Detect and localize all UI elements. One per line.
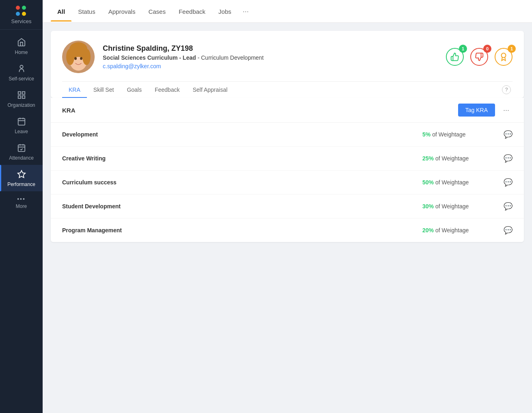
profile-name: Christine Spalding, ZY198	[103, 44, 446, 53]
profile-tab-self-appraisal[interactable]: Self Appraisal	[186, 82, 234, 98]
kra-name-curriculum-success: Curriculum success	[62, 179, 422, 186]
svg-point-19	[69, 42, 87, 55]
kra-comment-creative-writing[interactable]: 💬	[504, 154, 513, 163]
sidebar-item-more-label: More	[16, 203, 27, 209]
tab-jobs[interactable]: Jobs	[212, 1, 238, 22]
tab-status[interactable]: Status	[71, 1, 102, 22]
sidebar-item-more[interactable]: ••• More	[0, 191, 43, 213]
svg-point-22	[502, 53, 506, 58]
thumbs-down-badge: 0	[470, 48, 488, 66]
home-icon	[17, 38, 26, 48]
kra-comment-student-development[interactable]: 💬	[504, 202, 513, 211]
profile-tab-goals[interactable]: Goals	[120, 82, 148, 98]
profile-tab-skill-set[interactable]: Skill Set	[87, 82, 121, 98]
kra-weightage-program-management: 20% of Weightage	[422, 227, 495, 234]
sidebar: Services Home Self-service Organization	[0, 0, 43, 413]
svg-rect-1	[18, 92, 20, 94]
kra-weightage-text-program-management: of Weightage	[435, 227, 469, 234]
kra-pct-curriculum-success: 50%	[422, 179, 434, 186]
svg-rect-4	[22, 96, 24, 98]
award-icon-wrap[interactable]	[495, 48, 513, 66]
help-icon[interactable]: ?	[502, 85, 511, 94]
tag-kra-button[interactable]: Tag KRA	[458, 104, 495, 117]
main-content: All Status Approvals Cases Feedback Jobs…	[43, 0, 532, 413]
sidebar-item-leave-label: Leave	[15, 129, 28, 134]
sidebar-item-self-service-label: Self-service	[9, 76, 34, 82]
kra-row-curriculum-success: Curriculum success 50% of Weightage 💬	[51, 171, 524, 195]
performance-icon	[17, 170, 26, 180]
profile-header: Christine Spalding, ZY198 Social Science…	[62, 41, 513, 81]
self-service-icon	[17, 64, 26, 74]
profile-tab-kra[interactable]: KRA	[62, 82, 87, 98]
svg-point-0	[20, 65, 23, 68]
kra-pct-student-development: 30%	[422, 203, 434, 210]
sidebar-item-performance[interactable]: Performance	[0, 165, 43, 191]
svg-rect-3	[18, 96, 20, 98]
sidebar-item-organization-label: Organization	[7, 102, 35, 108]
services-dots-grid	[16, 6, 27, 16]
kra-row-program-management: Program Management 20% of Weightage 💬	[51, 218, 524, 242]
sidebar-item-home[interactable]: Home	[0, 33, 43, 59]
sidebar-item-leave[interactable]: Leave	[0, 112, 43, 138]
tab-cases[interactable]: Cases	[142, 1, 172, 22]
profile-role: Social Sciences Curriculum - Lead - Curr…	[103, 54, 446, 61]
kra-pct-creative-writing: 25%	[422, 155, 434, 162]
kra-section: KRA Tag KRA ··· Development 5% of Weight…	[51, 98, 524, 242]
profile-role-separator: -	[197, 54, 201, 61]
avatar	[62, 41, 95, 73]
kra-row-student-development: Student Development 30% of Weightage 💬	[51, 195, 524, 218]
profile-role-dept: Curriculum Development	[201, 54, 264, 61]
thumbs-up-icon-wrap[interactable]	[446, 48, 464, 66]
top-tabs-bar: All Status Approvals Cases Feedback Jobs…	[43, 0, 532, 23]
dot-red	[16, 6, 20, 10]
dot-blue	[16, 12, 20, 16]
kra-pct-development: 5%	[422, 131, 430, 138]
sidebar-nav: Home Self-service Organization Leave	[0, 30, 43, 413]
kra-name-creative-writing: Creative Writing	[62, 155, 422, 162]
sidebar-item-attendance[interactable]: Attendance	[0, 138, 43, 165]
profile-stats: 1 0 1	[446, 48, 513, 66]
kra-comment-development[interactable]: 💬	[504, 130, 513, 139]
more-icon: •••	[17, 196, 26, 202]
kra-more-button[interactable]: ···	[500, 104, 513, 116]
award-badge: 1	[495, 48, 513, 66]
kra-weightage-student-development: 30% of Weightage	[422, 203, 495, 210]
sidebar-item-organization[interactable]: Organization	[0, 86, 43, 112]
kra-title: KRA	[62, 107, 76, 114]
active-indicator	[0, 165, 1, 191]
thumbs-down-icon-wrap[interactable]	[470, 48, 488, 66]
kra-comment-program-management[interactable]: 💬	[504, 226, 513, 235]
attendance-icon	[17, 143, 26, 154]
kra-weightage-curriculum-success: 50% of Weightage	[422, 179, 495, 186]
kra-name-program-management: Program Management	[62, 227, 422, 234]
sidebar-item-attendance-label: Attendance	[9, 155, 34, 161]
sidebar-item-self-service[interactable]: Self-service	[0, 59, 43, 86]
services-label: Services	[11, 18, 32, 24]
kra-row-development: Development 5% of Weightage 💬	[51, 123, 524, 147]
kra-pct-program-management: 20%	[422, 227, 434, 234]
svg-rect-5	[18, 119, 25, 125]
kra-actions: Tag KRA ···	[458, 104, 513, 117]
profile-info: Christine Spalding, ZY198 Social Science…	[103, 44, 446, 70]
profile-email-link[interactable]: c.spalding@zylker.com	[103, 63, 161, 69]
tab-approvals[interactable]: Approvals	[102, 1, 142, 22]
tab-more-button[interactable]: ···	[238, 0, 254, 22]
dot-yellow	[22, 12, 26, 16]
sidebar-services-header[interactable]: Services	[0, 0, 43, 30]
tab-feedback[interactable]: Feedback	[172, 1, 212, 22]
kra-weightage-text-curriculum-success: of Weightage	[435, 179, 469, 186]
svg-point-20	[74, 57, 77, 60]
leave-icon	[17, 117, 26, 127]
kra-header: KRA Tag KRA ···	[51, 98, 524, 123]
sidebar-item-home-label: Home	[15, 50, 28, 55]
page-content: Christine Spalding, ZY198 Social Science…	[43, 23, 532, 250]
dot-green	[22, 6, 26, 10]
sidebar-item-performance-label: Performance	[7, 182, 35, 187]
kra-name-development: Development	[62, 131, 422, 138]
kra-name-student-development: Student Development	[62, 203, 422, 210]
kra-comment-curriculum-success[interactable]: 💬	[504, 178, 513, 187]
kra-weightage-creative-writing: 25% of Weightage	[422, 155, 495, 162]
tab-all[interactable]: All	[51, 1, 71, 22]
profile-tab-feedback[interactable]: Feedback	[148, 82, 186, 98]
svg-rect-9	[18, 145, 25, 152]
